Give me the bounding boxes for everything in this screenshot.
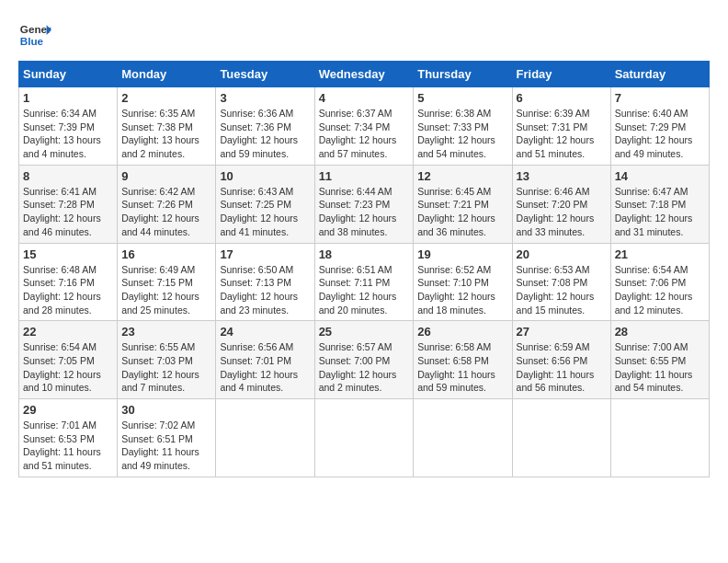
day-info: Sunrise: 6:57 AMSunset: 7:00 PMDaylight:… [319,340,410,395]
day-number: 8 [23,169,113,183]
calendar-cell: 19Sunrise: 6:52 AMSunset: 7:10 PMDayligh… [414,243,512,321]
weekday-header-tuesday: Tuesday [216,62,314,87]
calendar-cell: 3Sunrise: 6:36 AMSunset: 7:36 PMDaylight… [216,87,314,166]
day-info: Sunrise: 6:51 AMSunset: 7:11 PMDaylight:… [319,263,410,317]
day-number: 1 [23,91,113,105]
day-info: Sunrise: 6:58 AMSunset: 6:58 PMDaylight:… [417,340,507,395]
day-number: 17 [220,247,310,261]
calendar-cell: 10Sunrise: 6:43 AMSunset: 7:25 PMDayligh… [216,165,314,243]
calendar-cell: 1Sunrise: 6:34 AMSunset: 7:39 PMDaylight… [19,87,118,166]
day-number: 16 [121,247,211,261]
calendar-header: SundayMondayTuesdayWednesdayThursdayFrid… [19,62,710,87]
calendar-week-row: 1Sunrise: 6:34 AMSunset: 7:39 PMDaylight… [19,87,710,166]
day-number: 11 [319,169,410,183]
day-number: 7 [615,91,705,105]
calendar-week-row: 15Sunrise: 6:48 AMSunset: 7:16 PMDayligh… [19,243,710,321]
day-info: Sunrise: 6:34 AMSunset: 7:39 PMDaylight:… [23,107,113,161]
day-info: Sunrise: 6:37 AMSunset: 7:34 PMDaylight:… [319,107,410,161]
day-number: 6 [517,91,607,105]
calendar-cell: 29Sunrise: 7:01 AMSunset: 6:53 PMDayligh… [19,399,118,477]
weekday-header-sunday: Sunday [19,62,118,87]
calendar-cell [610,399,709,477]
day-info: Sunrise: 6:47 AMSunset: 7:18 PMDaylight:… [615,185,705,239]
day-number: 28 [615,325,705,339]
calendar-cell: 12Sunrise: 6:45 AMSunset: 7:21 PMDayligh… [414,165,512,243]
day-info: Sunrise: 6:48 AMSunset: 7:16 PMDaylight:… [23,263,113,317]
day-info: Sunrise: 6:42 AMSunset: 7:26 PMDaylight:… [121,185,211,239]
day-info: Sunrise: 6:49 AMSunset: 7:15 PMDaylight:… [121,263,211,317]
day-number: 18 [319,247,410,261]
calendar-cell: 2Sunrise: 6:35 AMSunset: 7:38 PMDaylight… [118,87,216,166]
day-info: Sunrise: 6:59 AMSunset: 6:56 PMDaylight:… [517,340,607,395]
day-number: 24 [220,325,310,339]
day-number: 21 [615,247,705,261]
calendar-cell: 4Sunrise: 6:37 AMSunset: 7:34 PMDaylight… [314,87,414,166]
weekday-header-wednesday: Wednesday [314,62,414,87]
day-number: 19 [417,247,507,261]
logo-icon: General Blue [18,18,51,52]
day-number: 20 [517,247,607,261]
calendar-cell: 22Sunrise: 6:54 AMSunset: 7:05 PMDayligh… [19,321,118,399]
day-number: 13 [517,169,607,183]
day-info: Sunrise: 6:40 AMSunset: 7:29 PMDaylight:… [615,107,705,161]
day-info: Sunrise: 6:46 AMSunset: 7:20 PMDaylight:… [517,185,607,239]
header: General Blue [18,18,710,52]
day-info: Sunrise: 6:52 AMSunset: 7:10 PMDaylight:… [417,263,507,317]
calendar-cell [314,399,414,477]
day-info: Sunrise: 6:56 AMSunset: 7:01 PMDaylight:… [220,340,310,395]
day-number: 14 [615,169,705,183]
calendar-week-row: 22Sunrise: 6:54 AMSunset: 7:05 PMDayligh… [19,321,710,399]
day-number: 3 [220,91,310,105]
calendar-cell: 8Sunrise: 6:41 AMSunset: 7:28 PMDaylight… [19,165,118,243]
calendar-cell: 17Sunrise: 6:50 AMSunset: 7:13 PMDayligh… [216,243,314,321]
calendar-cell: 20Sunrise: 6:53 AMSunset: 7:08 PMDayligh… [512,243,610,321]
calendar-cell: 7Sunrise: 6:40 AMSunset: 7:29 PMDaylight… [610,87,709,166]
calendar-cell: 16Sunrise: 6:49 AMSunset: 7:15 PMDayligh… [118,243,216,321]
day-info: Sunrise: 6:35 AMSunset: 7:38 PMDaylight:… [121,107,211,161]
day-number: 10 [220,169,310,183]
weekday-header-friday: Friday [512,62,610,87]
day-number: 25 [319,325,410,339]
day-info: Sunrise: 6:44 AMSunset: 7:23 PMDaylight:… [319,185,410,239]
calendar-cell [216,399,314,477]
calendar-cell: 15Sunrise: 6:48 AMSunset: 7:16 PMDayligh… [19,243,118,321]
calendar-cell: 13Sunrise: 6:46 AMSunset: 7:20 PMDayligh… [512,165,610,243]
day-info: Sunrise: 6:50 AMSunset: 7:13 PMDaylight:… [220,263,310,317]
calendar-table: SundayMondayTuesdayWednesdayThursdayFrid… [18,61,710,477]
day-number: 12 [417,169,507,183]
calendar-week-row: 8Sunrise: 6:41 AMSunset: 7:28 PMDaylight… [19,165,710,243]
day-number: 9 [121,169,211,183]
calendar-cell: 23Sunrise: 6:55 AMSunset: 7:03 PMDayligh… [118,321,216,399]
weekday-header-row: SundayMondayTuesdayWednesdayThursdayFrid… [19,62,710,87]
svg-text:Blue: Blue [20,35,44,47]
day-info: Sunrise: 6:41 AMSunset: 7:28 PMDaylight:… [23,185,113,239]
day-info: Sunrise: 6:39 AMSunset: 7:31 PMDaylight:… [517,107,607,161]
calendar-cell [414,399,512,477]
calendar-cell: 28Sunrise: 7:00 AMSunset: 6:55 PMDayligh… [610,321,709,399]
calendar-cell: 27Sunrise: 6:59 AMSunset: 6:56 PMDayligh… [512,321,610,399]
calendar-cell: 21Sunrise: 6:54 AMSunset: 7:06 PMDayligh… [610,243,709,321]
calendar-cell: 18Sunrise: 6:51 AMSunset: 7:11 PMDayligh… [314,243,414,321]
day-info: Sunrise: 6:38 AMSunset: 7:33 PMDaylight:… [417,107,507,161]
calendar-week-row: 29Sunrise: 7:01 AMSunset: 6:53 PMDayligh… [19,399,710,477]
calendar-cell: 9Sunrise: 6:42 AMSunset: 7:26 PMDaylight… [118,165,216,243]
day-number: 29 [23,403,113,417]
logo: General Blue [18,18,51,52]
day-number: 30 [121,403,211,417]
day-info: Sunrise: 7:02 AMSunset: 6:51 PMDaylight:… [121,419,211,473]
day-info: Sunrise: 6:53 AMSunset: 7:08 PMDaylight:… [517,263,607,317]
day-info: Sunrise: 6:55 AMSunset: 7:03 PMDaylight:… [121,340,211,395]
day-info: Sunrise: 6:54 AMSunset: 7:05 PMDaylight:… [23,340,113,395]
day-number: 23 [121,325,211,339]
day-number: 5 [417,91,507,105]
day-number: 26 [417,325,507,339]
calendar-cell: 26Sunrise: 6:58 AMSunset: 6:58 PMDayligh… [414,321,512,399]
calendar-cell: 30Sunrise: 7:02 AMSunset: 6:51 PMDayligh… [118,399,216,477]
calendar-body: 1Sunrise: 6:34 AMSunset: 7:39 PMDaylight… [19,87,710,477]
day-number: 15 [23,247,113,261]
calendar-cell: 5Sunrise: 6:38 AMSunset: 7:33 PMDaylight… [414,87,512,166]
calendar-cell: 24Sunrise: 6:56 AMSunset: 7:01 PMDayligh… [216,321,314,399]
weekday-header-saturday: Saturday [610,62,709,87]
calendar-cell: 25Sunrise: 6:57 AMSunset: 7:00 PMDayligh… [314,321,414,399]
day-info: Sunrise: 7:00 AMSunset: 6:55 PMDaylight:… [615,340,705,395]
